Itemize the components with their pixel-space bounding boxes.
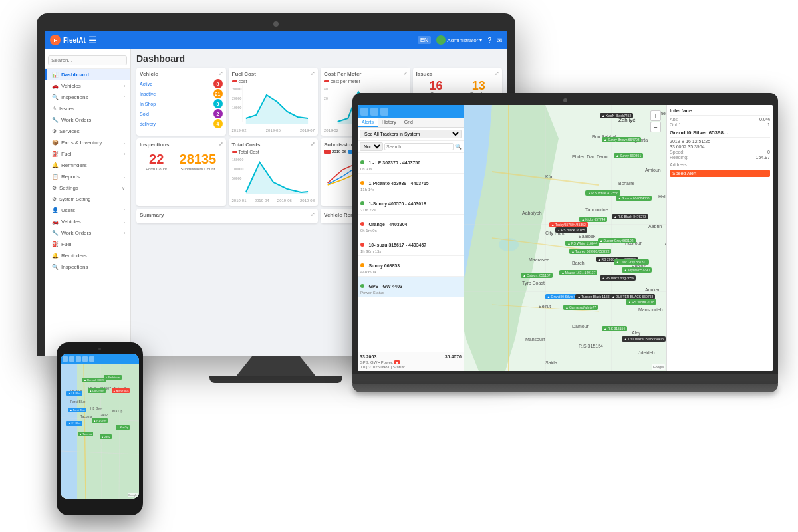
sidebar-item-users[interactable]: 👤 Users ‹ [45,205,130,216]
inspections2-icon: 🔍 [52,264,59,270]
vehicle-detail-name: Grand I0 Silver 65398... [670,130,770,138]
svg-text:Kia Op: Kia Op [112,409,123,413]
map-vehicle-item-5[interactable]: 10-Isuzu 315617 - 4403467 1h 36m 13s [358,235,464,256]
zoom-out-button[interactable]: − [650,122,661,132]
tc-expand-icon[interactable]: ⤢ [311,141,315,147]
fuel2-icon: ⛽ [52,241,59,247]
interface-title: Interface [670,108,770,116]
arrow-icon-3: ‹ [124,140,125,145]
delivery-label: delivery [140,122,156,126]
status-dot-4 [360,222,364,226]
map-vehicle-item-2[interactable]: 1-Picanto 453039 - 4403715 11h 14s [358,174,464,194]
stat-inshop: In Shop 3 [140,99,223,108]
zoom-in-button[interactable]: + [650,110,661,121]
menu-tool-icon[interactable] [360,108,368,116]
phone-tool-2[interactable] [69,356,74,362]
phone-tool-4[interactable] [82,356,88,362]
sidebar-item-settings[interactable]: ⚙ Settings ∨ [45,182,130,194]
sidebar-item-workorders2[interactable]: 🔧 Work Orders ‹ [45,227,130,239]
summary-expand-icon[interactable]: ⤢ [311,211,315,217]
sidebar: 📊 Dashboard 🚗 Vehicles ‹ 🔍 Inspections [45,49,131,356]
detail-date: 2019-8-16 12:51:25 [670,139,710,144]
sf-color-1 [324,150,331,154]
issues-expand-icon[interactable]: ⤢ [495,70,499,76]
mail-icon[interactable]: ✉ [497,37,502,44]
tracker-select[interactable]: See All Trackers in System [360,130,462,138]
svg-text:Arqoub: Arqoub [665,241,666,246]
vehicle-info-1: 0h 31s [360,167,461,171]
speed-detail-row: Speed: 0 [670,150,770,154]
sidebar-item-issues[interactable]: ⚠ Issues [45,103,130,114]
map-vehicle-item-7[interactable]: GPS - GW 4403 Power Status [358,277,464,297]
stat-inactive: Inactive 21 [140,89,223,98]
language-selector[interactable]: EN [418,36,432,44]
map-vehicle-item-3[interactable]: 1-Sunny 406570 - 4403018 31m 22s [358,194,464,215]
phone-tool-1[interactable] [63,356,68,362]
map-vehicle-item-6[interactable]: Sunny 668853 4483504 [358,256,464,277]
dashboard-icon: 📊 [52,72,59,78]
summary-card: Summary ⤢ [136,209,318,223]
map-tab-alerts[interactable]: Alerts [358,118,378,127]
sidebar-item-fuel2[interactable]: ⛽ Fuel [45,239,130,250]
sidebar-item-reminders[interactable]: 🔔 Reminders [45,160,130,171]
tc-x3: 2019-06 [277,199,292,203]
sidebar-item-fuel[interactable]: ⛽ Fuel ‹ [45,148,130,160]
phone-tool-3[interactable] [76,356,81,362]
svg-text:Bcharré: Bcharré [618,181,635,186]
sidebar-item-vehicles[interactable]: 🚗 Vehicles ‹ [45,80,130,92]
sidebar-item-inspections[interactable]: 🔍 Inspections ‹ [45,92,130,103]
filter-select[interactable]: None [360,142,383,151]
reminders-icon: 🔔 [52,162,59,168]
map-vehicle-item-4[interactable]: Orange - 4403204 0h 1m 0s [358,215,464,235]
fuel-expand-icon[interactable]: ⤢ [311,70,315,76]
svg-text:Bou Rahhal: Bou Rahhal [592,134,616,139]
stat-active: Active 8 [140,79,223,88]
sidebar-item-inspections2[interactable]: 🔍 Inspections [45,261,130,273]
issues-title: Issues [416,71,499,77]
sidebar-label-parts: Parts & Inventory [61,140,102,146]
search-field-container [384,143,454,150]
insp-expand-icon[interactable]: ⤢ [219,141,223,147]
vehicle-name-3: 1-Sunny 406570 - 4403018 [368,201,426,206]
sidebar-item-reports[interactable]: 📋 Reports ‹ [45,171,130,182]
map-vehicle-item[interactable]: 1 - LP 307370 - 4403756 0h 31s [358,153,464,174]
svg-text:Tyre Coast: Tyre Coast [522,281,545,286]
svg-text:Ehden Dan Daou: Ehden Dan Daou [572,154,608,159]
sidebar-item-services[interactable]: ⚙ Services [45,126,130,137]
vehicle-search-input[interactable] [386,144,452,149]
filter-tool-icon[interactable] [370,108,378,116]
svg-text:Amioun: Amioun [645,168,661,172]
map-tabs: Alerts History Grid [358,118,464,128]
sidebar-item-vehicles2[interactable]: 🚗 Vehicles ‹ [45,216,130,227]
svg-text:150000: 150000 [232,158,243,162]
sidebar-item-syssetting[interactable]: ⚙ System Setting [45,194,130,205]
map-area: Zahliyé El Cheif Jazieh Zgharta Aaqrah B… [464,105,666,371]
cpm-x1: 2019-02 [324,128,338,132]
sidebar-item-parts[interactable]: 📦 Parts & Inventory ‹ [45,137,130,148]
out-value: 1 [767,122,770,127]
phone-tool-5[interactable] [89,356,94,362]
user-menu[interactable]: Administrator ▾ [436,35,482,45]
heading-row: Heading: 154.97 [670,155,770,160]
map-vehicle-list: 1 - LP 307370 - 4403756 0h 31s 1-Picanto… [358,153,464,352]
arrow-icon-2: ‹ [124,95,125,100]
hamburger-icon[interactable]: ☰ [88,35,97,45]
gps-status-row: GPS: GW • Power: ■ [360,360,462,364]
search-input[interactable] [48,55,127,65]
search-icon[interactable]: 🔍 [455,144,462,150]
form-count-block: 22 Form Count [146,152,167,171]
help-icon[interactable]: ? [487,37,491,44]
cpm-expand-icon[interactable]: ⤢ [403,70,408,76]
fuel-legend-dot [232,80,237,82]
settings-tool-icon[interactable] [380,108,388,116]
fuel-cost-title: Fuel Cost [232,71,315,77]
vehicle-info-5: 1h 36m 13s [360,249,461,253]
sidebar-item-dashboard[interactable]: 📊 Dashboard [45,69,130,80]
sidebar-item-workorders[interactable]: 🔧 Work Orders [45,114,130,126]
sidebar-item-reminders2[interactable]: 🔔 Reminders [45,250,130,261]
expand-icon[interactable]: ⤢ [219,70,223,76]
map-tab-history[interactable]: History [378,118,400,127]
sidebar-label-workorders2: Work Orders [61,230,91,236]
tc-title: Total Costs [232,142,315,148]
map-tab-grid[interactable]: Grid [400,118,417,127]
